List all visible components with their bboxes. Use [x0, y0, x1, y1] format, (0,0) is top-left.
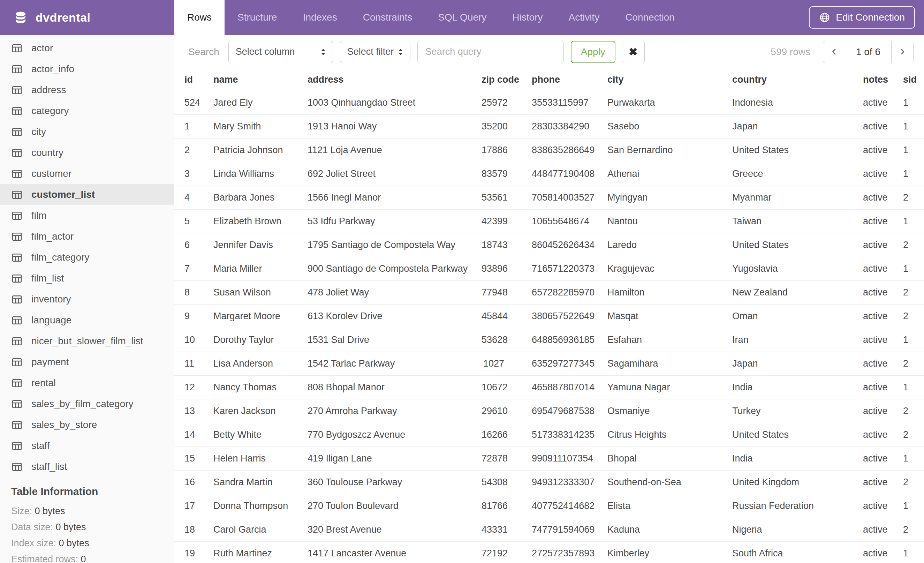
sidebar-item-rental[interactable]: rental	[0, 372, 174, 393]
table-cell: 1417 Lancaster Avenue	[297, 541, 471, 563]
table-row[interactable]: 1Mary Smith1913 Hanoi Way352002830338429…	[174, 114, 924, 138]
table-row[interactable]: 12Nancy Thomas808 Bhopal Manor1067246588…	[174, 375, 924, 399]
database-brand: dvdrental	[0, 0, 174, 35]
sidebar-item-customer-list[interactable]: customer_list	[0, 184, 174, 205]
tab-connection[interactable]: Connection	[612, 0, 688, 35]
table-row[interactable]: 9Margaret Moore613 Korolev Drive45844380…	[174, 304, 924, 328]
sidebar-item-film[interactable]: film	[0, 205, 174, 226]
search-query-input[interactable]	[417, 41, 564, 63]
table-row[interactable]: 15Helen Harris419 Iligan Lane72878990911…	[174, 446, 924, 470]
sidebar-item-city[interactable]: city	[0, 122, 174, 142]
table-row[interactable]: 17Donna Thompson270 Toulon Boulevard8176…	[174, 494, 924, 518]
table-cell: Taiwan	[722, 209, 853, 233]
table-row[interactable]: 13Karen Jackson270 Amroha Parkway2961069…	[174, 399, 924, 423]
next-page-button[interactable]: ›	[892, 41, 913, 63]
column-select[interactable]: Select column	[228, 41, 333, 63]
sidebar-item-language[interactable]: language	[0, 310, 174, 331]
sidebar-item-actor[interactable]: actor	[0, 38, 174, 59]
sidebar-item-film-category[interactable]: film_category	[0, 247, 174, 268]
tab-constraints[interactable]: Constraints	[350, 0, 425, 35]
table-cell: 407752414682	[522, 494, 597, 518]
tab-label: Rows	[187, 12, 212, 23]
table-cell: 16	[174, 470, 203, 494]
apply-button[interactable]: Apply	[571, 41, 615, 63]
app-window: dvdrental RowsStructureIndexesConstraint…	[0, 0, 924, 563]
table-cell: Kragujevac	[597, 257, 722, 281]
column-header-country[interactable]: country	[722, 69, 853, 91]
sidebar-item-address[interactable]: address	[0, 80, 174, 101]
sidebar-item-payment[interactable]: payment	[0, 351, 174, 372]
previous-page-button[interactable]: ‹	[823, 41, 845, 63]
clear-search-button[interactable]: ✖	[622, 41, 645, 63]
tab-activity[interactable]: Activity	[555, 0, 612, 35]
sidebar-item-country[interactable]: country	[0, 142, 174, 163]
tab-sql-query[interactable]: SQL Query	[425, 0, 499, 35]
sidebar-item-sales-by-film-category[interactable]: sales_by_film_category	[0, 393, 174, 414]
sidebar-item-inventory[interactable]: inventory	[0, 289, 174, 310]
edit-connection-button[interactable]: Edit Connection	[809, 6, 915, 29]
table-row[interactable]: 10Dorothy Taylor1531 Sal Drive5362864885…	[174, 328, 924, 351]
table-row[interactable]: 4Barbara Jones1566 Inegl Manor5356170581…	[174, 186, 924, 209]
table-cell: Laredo	[597, 233, 722, 257]
sidebar-item-nicer-but-slower-film-list[interactable]: nicer_but_slower_film_list	[0, 331, 174, 351]
table-row[interactable]: 19Ruth Martinez1417 Lancaster Avenue7219…	[174, 541, 924, 563]
sidebar-item-label: customer_list	[32, 189, 95, 200]
table-row[interactable]: 5Elizabeth Brown53 Idfu Parkway423991065…	[174, 209, 924, 233]
info-value: 0 bytes	[59, 538, 89, 548]
table-cell: active	[853, 281, 893, 304]
sidebar-item-category[interactable]: category	[0, 101, 174, 122]
sidebar-item-film-list[interactable]: film_list	[0, 268, 174, 289]
table-row[interactable]: 16Sandra Martin360 Toulouse Parkway54308…	[174, 470, 924, 494]
table-row[interactable]: 3Linda Williams692 Joliet Street83579448…	[174, 162, 924, 186]
table-row[interactable]: 14Betty White770 Bydgoszcz Avenue1626651…	[174, 423, 924, 446]
table-row[interactable]: 18Carol Garcia320 Brest Avenue4333174779…	[174, 518, 924, 541]
table-row[interactable]: 7Maria Miller900 Santiago de Compostela …	[174, 257, 924, 281]
table-information-title: Table Information	[11, 486, 174, 497]
table-cell: 28303384290	[522, 114, 597, 138]
table-cell: 10655648674	[522, 209, 597, 233]
sidebar-item-actor-info[interactable]: actor_info	[0, 59, 174, 80]
tab-indexes[interactable]: Indexes	[290, 0, 350, 35]
sidebar-item-sales-by-store[interactable]: sales_by_store	[0, 414, 174, 435]
sidebar-item-film-actor[interactable]: film_actor	[0, 226, 174, 247]
table-cell: active	[853, 399, 893, 423]
tab-label: Activity	[568, 12, 599, 23]
tab-label: Connection	[625, 12, 675, 23]
column-header-address[interactable]: address	[297, 69, 471, 91]
table-cell: 43331	[471, 518, 522, 541]
table-cell: Iran	[722, 328, 853, 351]
column-header-notes[interactable]: notes	[853, 69, 893, 91]
column-header-id[interactable]: id	[174, 69, 203, 91]
filter-select[interactable]: Select filter	[340, 41, 410, 63]
top-bar: dvdrental RowsStructureIndexesConstraint…	[0, 0, 924, 35]
table-cell: 17	[174, 494, 203, 518]
tab-structure[interactable]: Structure	[225, 0, 290, 35]
table-cell: 2	[174, 138, 203, 162]
table-cell: 808 Bhopal Manor	[297, 375, 471, 399]
table-row[interactable]: 11Lisa Anderson1542 Tarlac Parkway102763…	[174, 351, 924, 375]
tab-rows[interactable]: Rows	[174, 0, 225, 35]
table-cell: Masqat	[597, 304, 722, 328]
table-row[interactable]: 8Susan Wilson478 Joliet Way7794865728228…	[174, 281, 924, 304]
column-header-sid[interactable]: sid	[893, 69, 924, 91]
column-header-name[interactable]: name	[203, 69, 297, 91]
table-row[interactable]: 524Jared Ely1003 Qinhuangdao Street25972…	[174, 91, 924, 114]
tab-label: Constraints	[363, 12, 412, 23]
table-cell: 93896	[471, 257, 522, 281]
table-icon	[11, 315, 22, 326]
table-row[interactable]: 2Patricia Johnson1121 Loja Avenue1788683…	[174, 138, 924, 162]
info-label: Index size:	[11, 538, 59, 548]
column-header-city[interactable]: city	[597, 69, 722, 91]
table-cell: Kaduna	[597, 518, 722, 541]
table-cell: Esfahan	[597, 328, 722, 351]
table-row[interactable]: 6Jennifer Davis1795 Santiago de Composte…	[174, 233, 924, 257]
tab-history[interactable]: History	[499, 0, 555, 35]
sidebar-item-staff-list[interactable]: staff_list	[0, 456, 174, 477]
sidebar-item-staff[interactable]: staff	[0, 435, 174, 456]
column-header-phone[interactable]: phone	[522, 69, 597, 91]
table-cell: 2	[893, 470, 924, 494]
rows-count: 599 rows	[771, 47, 810, 57]
column-header-zip-code[interactable]: zip code	[471, 69, 522, 91]
sidebar-item-label: film_actor	[32, 231, 74, 242]
sidebar-item-customer[interactable]: customer	[0, 163, 174, 184]
